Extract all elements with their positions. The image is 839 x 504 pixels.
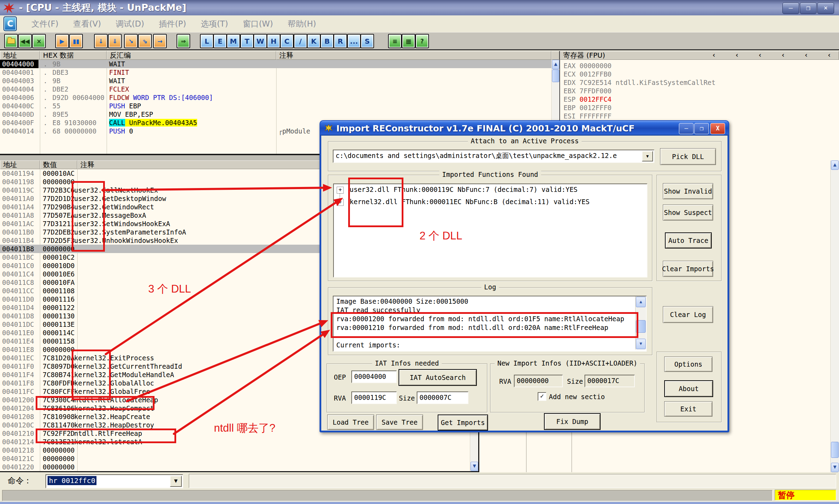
disasm-row[interactable]: 00404003.9BWAIT [0, 77, 551, 85]
dump-header-address[interactable]: 地址 [0, 160, 40, 169]
step-into-button[interactable]: ↓ [94, 34, 108, 48]
command-value[interactable]: hr 0012ffc0 [48, 476, 96, 485]
get-imports-button[interactable]: Get Imports [438, 415, 488, 431]
menu-item-1[interactable]: 文件(F) [31, 19, 58, 29]
pick-dll-button[interactable]: Pick DLL [660, 148, 716, 165]
maximize-button[interactable]: ❒ [800, 2, 817, 14]
view-patches-button[interactable]: / [294, 34, 307, 48]
load-tree-button[interactable]: Load Tree [327, 415, 374, 430]
size-input[interactable]: 0000007C [417, 391, 468, 404]
dump-row[interactable]: 0040121C00000000 [0, 454, 470, 463]
register-row[interactable]: ESI FFFFFFFF [564, 112, 611, 120]
chevron-down-icon[interactable]: ▼ [642, 151, 653, 161]
dialog-title-bar[interactable]: Import REConstructor v1.7e FINAL (C) 200… [320, 121, 729, 136]
about-button[interactable]: About [664, 380, 713, 397]
view-handles-button[interactable]: H [267, 34, 280, 48]
pane-caret-icon[interactable]: ‹ [759, 51, 761, 60]
rva-input[interactable]: 0000119C [351, 391, 397, 404]
register-row[interactable]: EAX 00000000 [564, 62, 611, 70]
disasm-row[interactable]: 00404000.9BWAIT [0, 60, 551, 68]
process-path-combo[interactable]: c:\documents and settings\administrator\… [333, 150, 654, 163]
exit-button[interactable]: Exit [664, 401, 712, 417]
view-log-button[interactable]: L [200, 34, 214, 48]
scroll-down-icon[interactable]: ▼ [831, 463, 839, 472]
disasm-row[interactable]: 00404004.DBE2FCLEX [0, 85, 551, 93]
auto-trace-button[interactable]: Auto Trace [665, 232, 712, 249]
execute-till-return-button[interactable]: → [153, 34, 167, 48]
view-executables-button[interactable]: E [213, 34, 227, 48]
pause-button[interactable]: ▮▮ [69, 34, 83, 48]
imprec-dialog[interactable]: Import REConstructor v1.7e FINAL (C) 200… [320, 120, 729, 432]
scroll-down-icon[interactable]: ▼ [471, 462, 478, 471]
oep-input[interactable]: 00004000 [351, 370, 397, 383]
view-memory-button[interactable]: M [227, 34, 240, 48]
pane-caret-icon[interactable]: ‹ [712, 51, 715, 60]
view-source-button[interactable]: S [360, 34, 374, 48]
disasm-row[interactable]: 00404001.DBE3FINIT [0, 68, 551, 77]
clear-imports-button[interactable]: Clear Imports [663, 261, 713, 277]
restart-button[interactable]: ◀◀ [18, 34, 32, 48]
minimize-button[interactable]: — [782, 2, 799, 14]
pane-caret-icon[interactable]: ‹ [782, 51, 784, 60]
step-over-button[interactable]: ⇓ [108, 34, 122, 48]
menu-item-6[interactable]: 窗口(W) [243, 19, 273, 29]
dialog-minimize-button[interactable]: — [679, 123, 694, 134]
register-row[interactable]: EDX 7C92E514 ntdll.KiFastSystemCallRet [564, 78, 716, 87]
scroll-up-icon[interactable]: ▲ [636, 297, 646, 307]
clear-log-button[interactable]: Clear Log [663, 306, 713, 323]
scroll-up-icon[interactable]: ▲ [831, 160, 839, 170]
disasm-row[interactable]: 00404006.D92D 00604000FLDCW WORD PTR DS:… [0, 93, 551, 102]
iat-autosearch-button[interactable]: IAT AutoSearch [399, 369, 477, 386]
disasm-header-comment[interactable]: 注释 [276, 51, 551, 60]
disasm-header-address[interactable]: 地址 [0, 51, 40, 60]
view-call-stack-button[interactable]: K [307, 34, 321, 48]
save-tree-button[interactable]: Save Tree [376, 415, 423, 430]
dump-header-value[interactable]: 数值 [40, 160, 77, 169]
view-breakpoints-button[interactable]: B [320, 34, 334, 48]
register-row[interactable]: EBP 0012FFF0 [564, 103, 611, 112]
run-button[interactable]: ▶ [55, 34, 69, 48]
go-to-address-button[interactable]: ⇒ [177, 34, 190, 48]
disasm-row[interactable]: 0040400C.55PUSH EBP [0, 102, 551, 110]
dialog-maximize-button[interactable]: ❒ [694, 123, 709, 134]
fix-dump-button[interactable]: Fix Dump [544, 413, 601, 430]
disasm-header-disasm[interactable]: 反汇编 [107, 51, 276, 60]
windows-list-button[interactable]: ≡ [388, 34, 402, 48]
trace-over-button[interactable]: ⇘ [138, 34, 152, 48]
view-run-trace-button[interactable]: ... [347, 34, 361, 48]
scroll-up-icon[interactable]: ▲ [552, 60, 559, 69]
close-button[interactable]: × [817, 2, 834, 14]
open-file-button[interactable] [4, 34, 18, 48]
menu-item-7[interactable]: 帮助(H) [288, 19, 316, 29]
scroll-thumb[interactable] [552, 70, 559, 82]
dump-row[interactable]: 0040121800000000 [0, 446, 470, 454]
menu-item-4[interactable]: 插件(P) [159, 19, 186, 29]
close-program-button[interactable]: × [32, 34, 46, 48]
expand-icon[interactable]: + [337, 187, 344, 194]
show-invalid-button[interactable]: Show Invalid [663, 183, 713, 199]
chevron-down-icon[interactable]: ▼ [170, 476, 182, 487]
menu-item-3[interactable]: 调试(D) [116, 19, 144, 29]
options-button[interactable]: Options [664, 357, 712, 372]
trace-into-button[interactable]: ↘ [124, 34, 138, 48]
register-row[interactable]: ECX 0012FFB0 [564, 70, 611, 78]
register-row[interactable]: EBX 7FFDF000 [564, 87, 611, 95]
scroll-down-icon[interactable]: ▼ [636, 339, 646, 349]
dump-row[interactable]: 0040122000000000 [0, 463, 470, 471]
command-input[interactable]: hr 0012ffc0 ▼ [45, 474, 183, 488]
appearance-button[interactable]: ▦ [402, 34, 415, 48]
disasm-row[interactable]: 0040400D.89E5MOV EBP,ESP [0, 110, 551, 118]
dialog-close-button[interactable]: X [710, 123, 725, 134]
menu-item-5[interactable]: 选项(T) [201, 19, 228, 29]
add-new-section-checkbox[interactable]: ✓ [538, 392, 546, 401]
pane-divider[interactable] [0, 471, 479, 472]
view-references-button[interactable]: R [334, 34, 347, 48]
view-threads-button[interactable]: T [240, 34, 254, 48]
disasm-header-hex[interactable]: HEX 数据 [40, 51, 107, 60]
help-button[interactable]: ? [415, 34, 429, 48]
cpu-window-icon[interactable]: C [3, 16, 17, 31]
show-suspect-button[interactable]: Show Suspect [663, 204, 713, 221]
view-cpu-button[interactable]: C [280, 34, 294, 48]
scroll-thumb[interactable] [831, 442, 839, 458]
pane-caret-icon[interactable]: ‹ [805, 51, 808, 60]
